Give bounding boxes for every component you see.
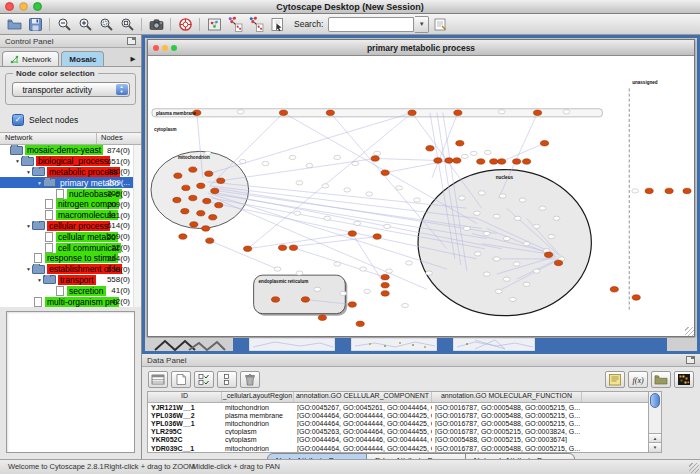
tree-row-biological-process[interactable]: ▼biological_process651(0)	[0, 156, 141, 167]
import-attributes-button[interactable]	[651, 371, 671, 388]
table-row-ylr295c[interactable]: YLR295Ccytoplasm[GO:0045263, GO:0044464,…	[148, 428, 648, 436]
table-row-ypl036w-2[interactable]: YPL036W__2plasma membrane[GO:0044464, GO…	[148, 411, 648, 419]
node[interactable]	[384, 224, 391, 228]
node[interactable]	[301, 297, 309, 302]
delete-attribute-button[interactable]	[240, 371, 260, 388]
node[interactable]	[278, 245, 286, 250]
node[interactable]	[645, 188, 653, 193]
tree-row-response-to-stimul[interactable]: response to stimul264(0)	[0, 253, 141, 264]
node[interactable]	[490, 159, 498, 164]
node[interactable]	[181, 208, 189, 213]
mitochondrion-region[interactable]	[151, 151, 249, 228]
node[interactable]	[544, 252, 552, 257]
node[interactable]	[456, 141, 464, 146]
node[interactable]	[381, 274, 389, 279]
column-header-cellularlayoutregion[interactable]: _cellularLayoutRegion	[222, 392, 294, 402]
node[interactable]	[495, 289, 502, 293]
save-session-button[interactable]	[25, 16, 45, 33]
node[interactable]	[483, 231, 490, 235]
node[interactable]	[632, 189, 639, 193]
help-button[interactable]	[175, 16, 195, 33]
show-attribute-grid-button[interactable]	[148, 371, 168, 388]
node[interactable]	[381, 170, 389, 175]
column-header-annotation-go-molecular-function[interactable]: annotation.GO MOLECULAR_FUNCTION	[432, 392, 582, 402]
snapshot-button[interactable]	[146, 16, 166, 33]
node[interactable]	[461, 154, 468, 158]
expand-arrow-icon[interactable]: ▼	[25, 223, 32, 229]
scrollbar-thumb[interactable]	[650, 393, 660, 408]
node[interactable]	[493, 214, 500, 218]
node[interactable]	[408, 110, 416, 115]
node[interactable]	[173, 197, 181, 202]
zoom-out-button[interactable]	[54, 16, 74, 33]
open-session-button[interactable]	[4, 16, 24, 33]
node[interactable]	[289, 155, 296, 159]
node[interactable]	[211, 188, 219, 193]
window-titlebar[interactable]: Cytoscape Desktop (New Session)	[0, 0, 700, 14]
select-attributes-button[interactable]	[194, 371, 214, 388]
node[interactable]	[354, 221, 361, 225]
node[interactable]	[294, 211, 301, 215]
column-header-annotation-go-cellular-component[interactable]: annotation.GO CELLULAR_COMPONENT	[294, 392, 432, 402]
node[interactable]	[474, 252, 481, 256]
node[interactable]	[174, 173, 182, 178]
node[interactable]	[548, 234, 555, 238]
node[interactable]	[271, 297, 279, 302]
node[interactable]	[523, 159, 531, 164]
node[interactable]	[553, 216, 560, 220]
tree-row-secretion[interactable]: secretion41(0)	[0, 285, 141, 296]
node[interactable]	[396, 186, 403, 190]
zoom-in-button[interactable]	[75, 16, 95, 33]
tree-row-transport[interactable]: ▼transport558(0)	[0, 275, 141, 286]
node[interactable]	[217, 178, 225, 183]
expand-arrow-icon[interactable]: ▼	[25, 266, 32, 272]
node[interactable]	[513, 262, 520, 266]
expand-arrow-icon[interactable]: ▼	[36, 180, 43, 186]
frame-resize-grip[interactable]	[685, 327, 694, 336]
tree-row-nitrogen-compo[interactable]: nitrogen compo209(0)	[0, 199, 141, 210]
node[interactable]	[473, 211, 480, 215]
scroll-down-icon[interactable]: ▼	[649, 442, 661, 452]
tree-row-cellular-process[interactable]: ▼cellular process614(0)	[0, 221, 141, 232]
node[interactable]	[503, 236, 510, 240]
tree-row-nucleobase-c[interactable]: nucleobase-c209(0)	[0, 188, 141, 199]
node[interactable]	[352, 161, 359, 165]
node[interactable]	[386, 269, 393, 273]
node[interactable]	[445, 158, 453, 163]
node[interactable]	[539, 206, 546, 210]
node[interactable]	[665, 188, 673, 193]
node[interactable]	[470, 151, 477, 155]
node[interactable]	[348, 231, 356, 236]
node[interactable]	[509, 297, 516, 301]
node[interactable]	[498, 159, 506, 164]
column-header-id[interactable]: ID	[148, 392, 222, 402]
node[interactable]	[683, 188, 691, 193]
node[interactable]	[463, 226, 470, 230]
node[interactable]	[499, 194, 506, 198]
tree-row-cell-communicat[interactable]: cell communicat22(0)	[0, 242, 141, 253]
node[interactable]	[453, 158, 461, 163]
birdseye-view[interactable]	[6, 311, 135, 453]
node[interactable]	[493, 257, 500, 261]
node[interactable]	[402, 303, 409, 307]
annotation-notes-button[interactable]	[605, 371, 625, 388]
node[interactable]	[279, 110, 287, 115]
table-row-ypl036w-1[interactable]: YPL036W__1mitochondrion[GO:0044464, GO:0…	[148, 419, 648, 427]
zoom-selected-button[interactable]	[96, 16, 116, 33]
node[interactable]	[296, 271, 303, 275]
node[interactable]	[484, 150, 491, 154]
node[interactable]	[406, 261, 413, 265]
node[interactable]	[477, 159, 485, 164]
node-color-dropdown[interactable]: transporter activity ▲▼	[12, 82, 130, 97]
node[interactable]	[202, 226, 210, 231]
node[interactable]	[182, 185, 190, 190]
node[interactable]	[503, 277, 510, 281]
node[interactable]	[483, 272, 490, 276]
edit-network-button[interactable]	[267, 16, 287, 33]
vizmapper-button[interactable]	[204, 16, 224, 33]
tree-row-metabolic-process[interactable]: ▼metabolic process280(0)	[0, 167, 141, 178]
node[interactable]	[514, 216, 521, 220]
node[interactable]	[326, 110, 334, 115]
unselect-attributes-button[interactable]	[217, 371, 237, 388]
node[interactable]	[554, 260, 562, 265]
